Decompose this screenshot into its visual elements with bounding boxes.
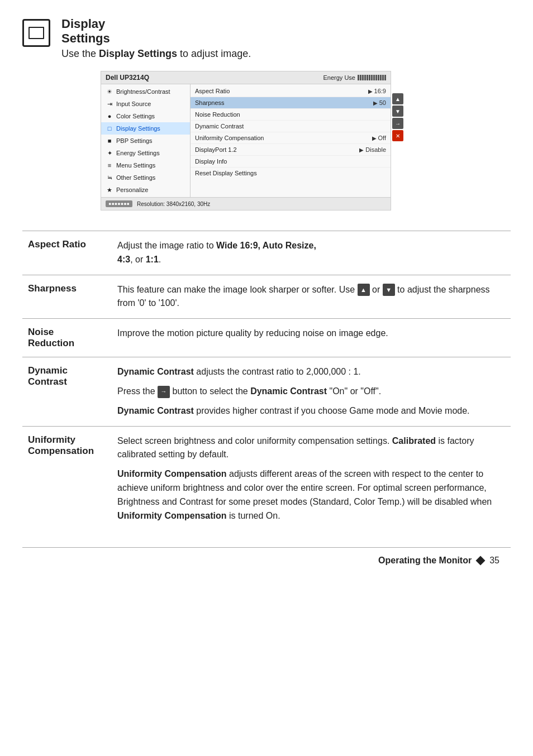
nav-down-button[interactable]: ▼ (392, 106, 403, 117)
page-footer: Operating the Monitor 35 (22, 547, 511, 566)
right-arrow-icon: → (158, 386, 170, 398)
menu-icon-color: ● (106, 112, 113, 120)
osd-menu-item-energy[interactable]: ✦Energy Settings (101, 147, 190, 159)
osd-submenu-item-2[interactable]: Noise Reduction (191, 109, 391, 121)
osd-menu-item-other[interactable]: ≒Other Settings (101, 171, 190, 184)
desc-aspect-ratio: Adjust the image ratio to Wide 16:9, Aut… (112, 231, 511, 275)
nav-up-button[interactable]: ▲ (392, 93, 403, 104)
monitor-icon-inner (28, 27, 44, 39)
osd-submenu-item-3[interactable]: Dynamic Contrast (191, 121, 391, 132)
osd-monitor-ui: Dell UP3214Q Energy Use ☀Brightness/Cont… (101, 71, 391, 210)
osd-menu-item-personalize[interactable]: ★Personalize (101, 184, 190, 196)
menu-icon-pbp: ■ (106, 137, 113, 145)
menu-icon-energy: ✦ (106, 149, 113, 157)
menu-icon-menu: ≡ (106, 161, 113, 169)
down-arrow-icon: ▼ (383, 284, 395, 296)
nav-close-button[interactable]: ✕ (392, 130, 403, 141)
table-row: DynamicContrast Dynamic Contrast adjusts… (22, 357, 511, 426)
osd-body: ☀Brightness/Contrast⇥Input Source●Color … (101, 84, 391, 197)
header-text: Display Settings Use the Display Setting… (61, 17, 251, 60)
up-arrow-icon: ▲ (358, 284, 370, 296)
top-section: Display Settings Use the Display Setting… (22, 17, 511, 60)
menu-icon-personalize: ★ (106, 186, 113, 194)
page-number: 35 (489, 556, 499, 566)
desc-sharpness: This feature can make the image look sha… (112, 275, 511, 319)
desc-uniformity-compensation: Select screen brightness and color unifo… (112, 426, 511, 530)
osd-connector: ●●●●●●● (106, 200, 132, 207)
osd-menu-item-display[interactable]: □Display Settings (101, 122, 190, 135)
osd-menu-item-input[interactable]: ⇥Input Source (101, 98, 190, 110)
table-row: Aspect Ratio Adjust the image ratio to W… (22, 231, 511, 275)
term-dynamic-contrast: DynamicContrast (22, 357, 112, 426)
term-uniformity-compensation: UniformityCompensation (22, 426, 112, 530)
osd-submenu-item-5[interactable]: DisplayPort 1.2▶Disable (191, 144, 391, 156)
term-sharpness: Sharpness (22, 275, 112, 319)
osd-submenu-item-0[interactable]: Aspect Ratio▶16:9 (191, 85, 391, 97)
nav-right-button[interactable]: → (392, 118, 403, 129)
table-row: NoiseReduction Improve the motion pictur… (22, 319, 511, 357)
term-noise-reduction: NoiseReduction (22, 319, 112, 357)
content-table: Aspect Ratio Adjust the image ratio to W… (22, 231, 511, 530)
table-row: UniformityCompensation Select screen bri… (22, 426, 511, 530)
osd-menu-item-pbp[interactable]: ■PBP Settings (101, 135, 190, 147)
page-title: Display Settings (61, 17, 251, 46)
osd-submenu: Aspect Ratio▶16:9Sharpness▶50Noise Reduc… (191, 84, 391, 197)
osd-footer: ●●●●●●● Resolution: 3840x2160, 30Hz (101, 197, 391, 210)
menu-icon-input: ⇥ (106, 100, 113, 108)
osd-menu-item-color[interactable]: ●Color Settings (101, 110, 190, 122)
desc-dynamic-contrast: Dynamic Contrast adjusts the contrast ra… (112, 357, 511, 426)
header-description: Use the Display Settings to adjust image… (61, 48, 251, 60)
energy-bar: Energy Use (323, 74, 386, 81)
osd-menu-item-brightness[interactable]: ☀Brightness/Contrast (101, 85, 190, 98)
osd-monitor-name: Dell UP3214Q (106, 74, 149, 82)
table-row: Sharpness This feature can make the imag… (22, 275, 511, 319)
desc-noise-reduction: Improve the motion picture quality by re… (112, 319, 511, 357)
osd-submenu-item-4[interactable]: Uniformity Compensation▶Off (191, 132, 391, 144)
osd-submenu-item-7[interactable]: Reset Display Settings (191, 168, 391, 179)
osd-nav-buttons[interactable]: ▲ ▼ → ✕ (392, 93, 403, 141)
menu-icon-display: □ (106, 125, 113, 132)
osd-menu-item-menu[interactable]: ≡Menu Settings (101, 159, 190, 171)
energy-bar-visual (358, 75, 386, 80)
footer-text: Operating the Monitor (378, 556, 472, 566)
term-aspect-ratio: Aspect Ratio (22, 231, 112, 275)
osd-menu: ☀Brightness/Contrast⇥Input Source●Color … (101, 84, 191, 197)
display-icon (22, 19, 50, 47)
osd-title-bar: Dell UP3214Q Energy Use (101, 71, 391, 84)
menu-icon-brightness: ☀ (106, 88, 113, 95)
osd-submenu-item-6[interactable]: Display Info (191, 156, 391, 168)
osd-submenu-item-1[interactable]: Sharpness▶50 (191, 97, 391, 109)
footer-diamond-icon (476, 556, 486, 566)
osd-resolution: Resolution: 3840x2160, 30Hz (137, 201, 210, 207)
menu-icon-other: ≒ (106, 174, 113, 181)
